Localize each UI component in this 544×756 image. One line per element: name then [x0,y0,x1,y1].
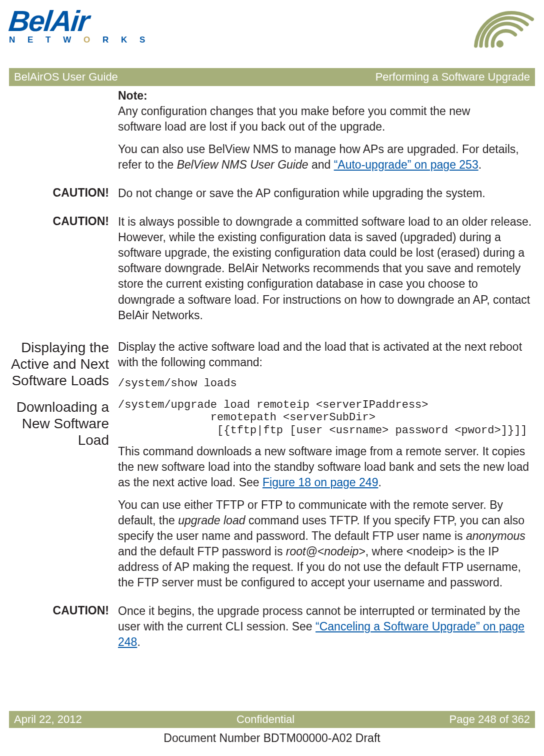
content-area: Note: Any configuration changes that you… [9,88,535,663]
command-upgrade-load: /system/upgrade load remoteip <serverIPa… [118,399,535,437]
intro-paragraph: You can also use BelView NMS to manage h… [118,142,535,173]
caution-text: Do not change or save the AP configurati… [118,186,535,201]
caution-label: CAUTION! [9,214,118,330]
svg-point-0 [496,41,504,48]
company-logo: BelAir N E T W O R K S [9,9,150,45]
download-para-1: This command downloads a new software im… [118,444,535,490]
section-heading: Displaying the Active and Next Software … [9,339,118,390]
guide-title: BelAirOS User Guide [14,71,118,84]
caution-text: It is always possible to downgrade a com… [118,214,535,323]
section-heading: Downloading a New Software Load [9,399,118,597]
download-para-2: You can use either TFTP or FTP to commun… [118,497,535,590]
auto-upgrade-link[interactable]: “Auto-upgrade” on page 253 [334,158,478,171]
footer-bar: April 22, 2012 Confidential Page 248 of … [9,711,535,728]
p2-i2: anonymous [466,529,526,542]
c3-post: . [137,635,140,648]
note-label: Note: [118,88,157,104]
caution-label: CAUTION! [9,603,118,657]
p2-c: and the default FTP password is [118,545,286,558]
footer-date: April 22, 2012 [14,713,82,726]
caution-1: CAUTION! Do not change or save the AP co… [9,186,535,208]
caution-label: CAUTION! [9,186,118,208]
footer-page: Page 248 of 362 [450,713,530,726]
p2-i3: root@<nodeip> [286,545,366,558]
section-para: Display the active software load and the… [118,339,535,370]
intro-italic: BelView NMS User Guide [177,158,308,171]
header: BelAir N E T W O R K S [9,9,535,65]
note-block: Note: Any configuration changes that you… [9,88,535,180]
caution-text: Once it begins, the upgrade process cann… [118,603,535,650]
p1-post: . [378,476,381,489]
section-download-load: Downloading a New Software Load /system/… [9,399,535,597]
note-text: Any configuration changes that you make … [118,104,493,135]
footer-confidential: Confidential [236,713,294,726]
figure-18-link[interactable]: Figure 18 on page 249 [262,476,378,489]
page: BelAir N E T W O R K S BelAirOS User Gui… [0,0,544,756]
logo-text: BelAir [8,9,152,33]
caution-2: CAUTION! It is always possible to downgr… [9,214,535,330]
chapter-title: Performing a Software Upgrade [376,71,530,84]
intro-mid: and [308,158,334,171]
wave-icon [473,9,535,50]
section-display-loads: Displaying the Active and Next Software … [9,339,535,390]
p2-i1: upgrade load [178,514,245,527]
intro-post: . [478,158,482,171]
command-show-loads: /system/show loads [118,377,535,390]
logo-sub-post: R K S [95,35,150,45]
title-bar: BelAirOS User Guide Performing a Softwar… [9,68,535,86]
caution-3: CAUTION! Once it begins, the upgrade pro… [9,603,535,657]
document-number: Document Number BDTM00000-A02 Draft [0,731,544,745]
